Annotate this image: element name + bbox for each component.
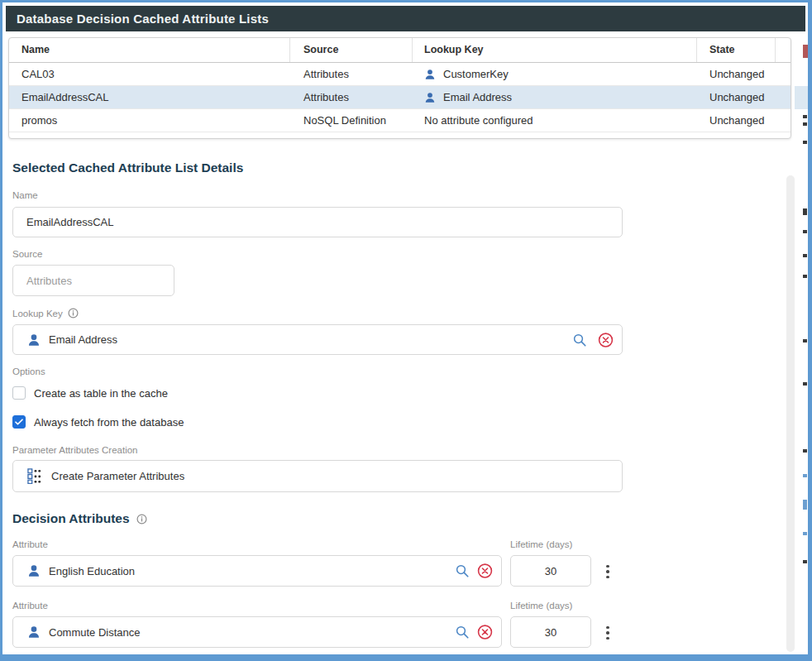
info-icon[interactable] xyxy=(136,514,147,524)
person-icon xyxy=(27,564,41,577)
create-parameter-attributes-label: Create Parameter Attributes xyxy=(51,470,184,482)
decision-attributes-heading-text: Decision Attributes xyxy=(12,511,130,526)
clipped-content-artifact xyxy=(803,532,807,535)
attribute-field-label: Attribute xyxy=(12,601,48,611)
app-window: Database Decision Cached Attribute Lists… xyxy=(0,0,812,661)
column-header-name[interactable]: Name xyxy=(9,38,290,62)
lifetime-field-label: Lifetime (days) xyxy=(510,539,572,549)
info-icon[interactable] xyxy=(68,308,79,319)
table-row[interactable]: promos NoSQL Definition No attribute con… xyxy=(9,109,791,132)
name-input[interactable]: EmailAddressCAL xyxy=(12,207,623,237)
decision-attribute-picker[interactable]: English Education xyxy=(12,555,502,587)
checkbox-label: Create as table in the cache xyxy=(34,387,168,400)
clear-selection-icon[interactable] xyxy=(598,332,614,347)
lookup-key-value: Email Address xyxy=(49,333,117,346)
lookup-key-label-text: Lookup Key xyxy=(12,309,63,319)
column-header-lookup-key[interactable]: Lookup Key xyxy=(413,38,697,62)
cell-source: NoSQL Definition xyxy=(290,109,413,132)
vertical-scrollbar[interactable] xyxy=(786,175,795,652)
attribute-value: Commute Distance xyxy=(49,626,141,639)
lookup-key-field-label: Lookup Key xyxy=(12,308,79,319)
column-header-spacer xyxy=(776,38,791,62)
cell-source: Attributes xyxy=(290,86,413,108)
source-input-value: Attributes xyxy=(13,275,72,287)
cell-lookup-key: Email Address xyxy=(413,86,697,108)
lifetime-input[interactable]: 30 xyxy=(510,555,591,587)
cell-name: EmailAddressCAL xyxy=(9,86,290,108)
lifetime-value: 30 xyxy=(545,626,556,639)
clipped-content-artifact xyxy=(803,45,808,58)
clipped-content-artifact xyxy=(803,560,807,563)
lifetime-input[interactable]: 30 xyxy=(510,616,591,648)
cell-source: Attributes xyxy=(290,63,413,85)
person-icon xyxy=(424,69,436,80)
checkbox-checked[interactable] xyxy=(12,415,26,429)
search-icon[interactable] xyxy=(455,625,470,639)
attribute-value: English Education xyxy=(49,565,135,577)
clipped-content-artifact xyxy=(803,339,807,342)
cell-name: promos xyxy=(9,109,290,132)
table-row-selected[interactable]: EmailAddressCAL Attributes Email Address… xyxy=(9,86,791,109)
cell-lookup-key: No attribute configured xyxy=(413,109,697,132)
source-field-label: Source xyxy=(12,249,42,259)
lifetime-value: 30 xyxy=(545,565,556,577)
clipped-content-artifact xyxy=(803,230,807,233)
lookup-key-text: CustomerKey xyxy=(443,63,509,85)
name-field-label: Name xyxy=(12,190,38,200)
options-label: Options xyxy=(12,366,45,376)
cached-attribute-lists-table: Name Source Lookup Key State CAL03 Attri… xyxy=(8,37,791,139)
checkbox-unchecked[interactable] xyxy=(12,386,26,400)
page-title: Database Decision Cached Attribute Lists xyxy=(6,6,805,31)
clipped-content-artifact xyxy=(795,86,808,109)
clear-selection-icon[interactable] xyxy=(477,625,493,640)
checkbox-label: Always fetch from the database xyxy=(34,416,184,429)
parameter-attributes-creation-label: Parameter Attributes Creation xyxy=(12,445,138,455)
clipped-content-artifact xyxy=(803,208,807,215)
lifetime-field-label: Lifetime (days) xyxy=(510,601,572,611)
decision-attribute-picker[interactable]: Commute Distance xyxy=(12,616,502,648)
table-row[interactable]: CAL03 Attributes CustomerKey Unchanged xyxy=(9,63,791,86)
cell-state: Unchanged xyxy=(697,63,776,85)
always-fetch-checkbox-row[interactable]: Always fetch from the database xyxy=(12,415,184,429)
person-icon xyxy=(27,333,41,347)
clipped-content-artifact xyxy=(803,275,807,278)
person-icon xyxy=(27,625,41,639)
clipped-content-artifact xyxy=(803,254,807,257)
clipped-content-artifact xyxy=(803,382,807,386)
attribute-field-label: Attribute xyxy=(12,539,48,549)
lookup-key-text: Email Address xyxy=(443,86,512,108)
search-icon[interactable] xyxy=(572,333,587,347)
decision-attributes-heading: Decision Attributes xyxy=(12,511,147,526)
lookup-key-picker[interactable]: Email Address xyxy=(12,324,623,355)
clipped-content-artifact xyxy=(803,115,807,118)
lookup-key-placeholder-text: No attribute configured xyxy=(424,109,533,132)
cell-lookup-key: CustomerKey xyxy=(413,63,697,85)
cell-state: Unchanged xyxy=(697,109,776,132)
column-header-state[interactable]: State xyxy=(697,38,776,62)
name-input-value: EmailAddressCAL xyxy=(13,216,114,228)
details-section-heading: Selected Cached Attribute List Details xyxy=(12,160,243,175)
parameter-attributes-icon xyxy=(27,468,43,484)
create-as-table-checkbox-row[interactable]: Create as table in the cache xyxy=(12,386,168,400)
row-menu-kebab-icon[interactable] xyxy=(601,562,614,582)
cell-state: Unchanged xyxy=(697,86,776,108)
search-icon[interactable] xyxy=(455,563,470,578)
clipped-content-artifact xyxy=(803,122,807,126)
table-header-row: Name Source Lookup Key State xyxy=(9,38,791,63)
clipped-content-artifact xyxy=(803,141,807,144)
clipped-content-artifact xyxy=(803,474,807,477)
row-menu-kebab-icon[interactable] xyxy=(601,623,614,643)
clear-selection-icon[interactable] xyxy=(477,563,493,579)
clipped-content-artifact xyxy=(803,449,807,453)
person-icon xyxy=(424,92,436,103)
source-input[interactable]: Attributes xyxy=(12,265,174,296)
cell-name: CAL03 xyxy=(9,63,290,85)
create-parameter-attributes-button[interactable]: Create Parameter Attributes xyxy=(12,460,623,492)
clipped-content-artifact xyxy=(803,500,807,510)
column-header-source[interactable]: Source xyxy=(290,38,413,62)
